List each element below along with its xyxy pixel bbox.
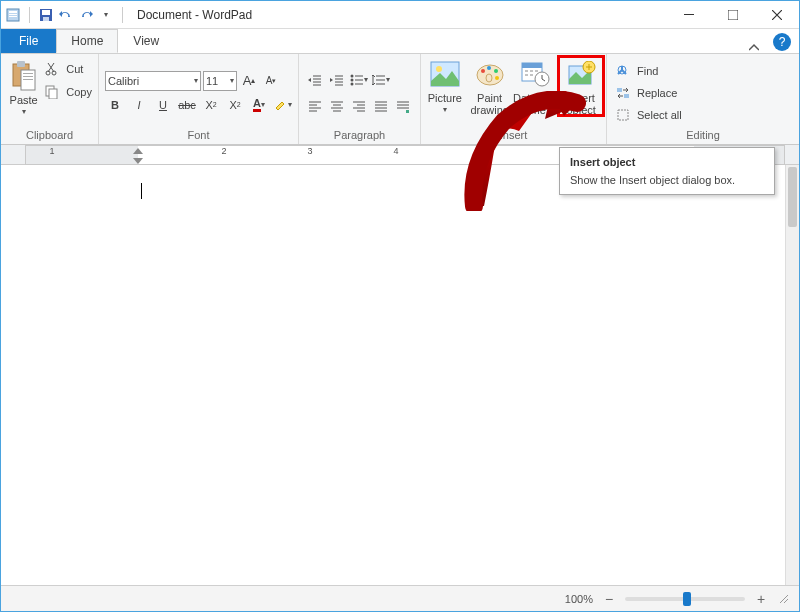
align-right-icon: [352, 99, 366, 113]
redo-icon[interactable]: [78, 7, 94, 23]
ribbon-tabs: File Home View ?: [1, 29, 799, 53]
find-button[interactable]: Find: [613, 60, 658, 82]
justify-button[interactable]: [371, 96, 391, 116]
cut-button[interactable]: Cut: [42, 58, 92, 80]
title-bar: ▾ Document - WordPad: [1, 1, 799, 29]
bold-button[interactable]: B: [105, 95, 125, 115]
indent-icon: [330, 73, 344, 87]
group-clipboard: Paste ▾ Cut Copy Clipboard: [1, 54, 99, 144]
tab-file[interactable]: File: [1, 29, 56, 53]
insert-group-label: Insert: [421, 127, 606, 144]
tab-home[interactable]: Home: [56, 29, 118, 53]
scrollbar-thumb[interactable]: [788, 167, 797, 227]
help-button[interactable]: ?: [773, 33, 791, 51]
bullets-icon: [350, 73, 364, 87]
zoom-in-button[interactable]: +: [753, 591, 769, 607]
svg-rect-12: [23, 73, 33, 74]
insert-object-icon: [565, 58, 597, 90]
svg-point-27: [494, 69, 498, 73]
svg-rect-10: [17, 61, 25, 67]
minimize-icon: [684, 10, 694, 20]
undo-icon[interactable]: [58, 7, 74, 23]
font-group-label: Font: [99, 127, 298, 144]
tooltip-title: Insert object: [570, 156, 764, 168]
font-name-selector[interactable]: Calibri▾: [105, 71, 201, 91]
tooltip-description: Show the Insert object dialog box.: [570, 174, 764, 186]
paint-icon: [474, 58, 506, 90]
status-bar: 100% − +: [1, 585, 799, 611]
picture-button[interactable]: Picture▾: [423, 56, 467, 115]
align-right-button[interactable]: [349, 96, 369, 116]
zoom-slider[interactable]: [625, 597, 745, 601]
select-all-icon: [613, 105, 633, 125]
svg-rect-13: [23, 76, 33, 77]
help-icon: ?: [779, 35, 786, 49]
minimize-button[interactable]: [667, 1, 711, 29]
svg-rect-14: [23, 79, 33, 80]
zoom-slider-knob[interactable]: [683, 592, 691, 606]
paragraph-group-label: Paragraph: [299, 127, 420, 144]
svg-rect-37: [624, 94, 629, 98]
align-center-icon: [330, 99, 344, 113]
replace-button[interactable]: Replace: [613, 82, 677, 104]
paste-button[interactable]: Paste ▾: [7, 58, 40, 117]
justify-icon: [374, 99, 388, 113]
chevron-down-icon: ▾: [194, 76, 198, 85]
superscript-button[interactable]: X2: [225, 95, 245, 115]
select-all-button[interactable]: Select all: [613, 104, 682, 126]
grow-font-button[interactable]: A▴: [239, 71, 259, 91]
clipboard-group-label: Clipboard: [1, 127, 98, 144]
svg-point-29: [486, 74, 492, 82]
increase-indent-button[interactable]: [327, 70, 347, 90]
close-icon: [772, 10, 782, 20]
align-left-icon: [308, 99, 322, 113]
align-left-button[interactable]: [305, 96, 325, 116]
maximize-button[interactable]: [711, 1, 755, 29]
document-area[interactable]: [1, 165, 799, 585]
svg-rect-7: [684, 14, 694, 15]
datetime-button[interactable]: Date and time: [513, 56, 559, 116]
svg-rect-5: [42, 10, 50, 15]
picture-icon: [429, 58, 461, 90]
tab-view[interactable]: View: [118, 29, 174, 53]
bullets-button[interactable]: ▾: [349, 70, 369, 90]
svg-rect-18: [49, 89, 57, 99]
ribbon: Paste ▾ Cut Copy Clipboard Calibri▾ 11▾: [1, 53, 799, 145]
svg-rect-38: [618, 110, 628, 120]
resize-grip-icon[interactable]: [777, 589, 791, 609]
copy-icon: [42, 82, 62, 102]
line-spacing-button[interactable]: ▾: [371, 70, 391, 90]
zoom-out-button[interactable]: −: [601, 591, 617, 607]
subscript-button[interactable]: X2: [201, 95, 221, 115]
highlight-button[interactable]: ▾: [273, 95, 293, 115]
maximize-icon: [728, 10, 738, 20]
svg-point-28: [495, 76, 499, 80]
paragraph-dialog-button[interactable]: [393, 96, 413, 116]
text-cursor: [141, 183, 142, 199]
svg-point-19: [351, 74, 354, 77]
close-button[interactable]: [755, 1, 799, 29]
qat-dropdown-icon[interactable]: ▾: [98, 7, 114, 23]
tooltip: Insert object Show the Insert object dia…: [559, 147, 775, 195]
strikethrough-button[interactable]: abc: [177, 95, 197, 115]
font-size-selector[interactable]: 11▾: [203, 71, 237, 91]
align-center-button[interactable]: [327, 96, 347, 116]
find-icon: [613, 61, 633, 81]
highlight-icon: [274, 98, 288, 112]
copy-button[interactable]: Copy: [42, 81, 92, 103]
chevron-down-icon: ▾: [230, 76, 234, 85]
insert-object-button[interactable]: Insert object: [558, 56, 604, 116]
page[interactable]: [25, 165, 785, 585]
svg-rect-31: [522, 63, 542, 68]
svg-point-23: [436, 66, 442, 72]
italic-button[interactable]: I: [129, 95, 149, 115]
paint-drawing-button[interactable]: Paint drawing: [467, 56, 513, 116]
font-color-button[interactable]: A▾: [249, 95, 269, 115]
collapse-ribbon-icon[interactable]: [749, 43, 769, 53]
save-icon[interactable]: [38, 7, 54, 23]
underline-button[interactable]: U: [153, 95, 173, 115]
shrink-font-button[interactable]: A▾: [261, 71, 281, 91]
vertical-scrollbar[interactable]: [785, 165, 799, 585]
decrease-indent-button[interactable]: [305, 70, 325, 90]
window-title: Document - WordPad: [137, 8, 252, 22]
